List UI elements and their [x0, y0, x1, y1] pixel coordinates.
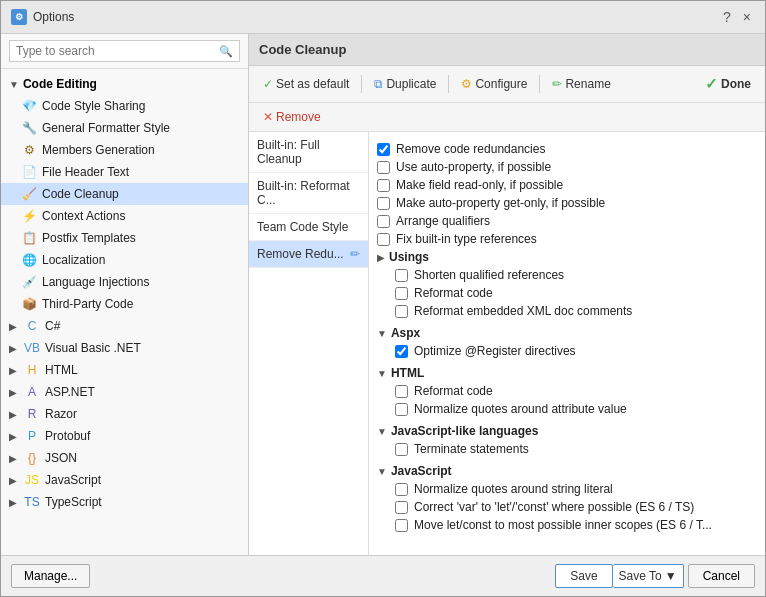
set-as-default-button[interactable]: ✓ Set as default	[257, 74, 355, 94]
option-label: Shorten qualified references	[414, 268, 564, 282]
set-default-icon: ✓	[263, 77, 273, 91]
checkbox-reformat-xml[interactable]	[395, 305, 408, 318]
search-field[interactable]	[16, 44, 219, 58]
sidebar-item-third-party-code[interactable]: 📦 Third-Party Code	[1, 293, 248, 315]
expand-arrow: ▶	[9, 497, 17, 508]
option-label: Make field read-only, if possible	[396, 178, 563, 192]
save-button[interactable]: Save	[555, 564, 612, 588]
save-to-button[interactable]: Save To ▼	[613, 564, 684, 588]
checkbox-normalize-string-quotes[interactable]	[395, 483, 408, 496]
toolbar: ✓ Set as default ⧉ Duplicate ⚙ Configure…	[249, 66, 765, 103]
option-label: Move let/const to most possible inner sc…	[414, 518, 712, 532]
rename-button[interactable]: ✏ Rename	[546, 74, 616, 94]
section-arrow: ▼	[9, 79, 19, 90]
checkbox-terminate-statements[interactable]	[395, 443, 408, 456]
configure-label: Configure	[475, 77, 527, 91]
done-check-icon: ✓	[705, 75, 718, 93]
expand-arrow: ▶	[9, 321, 17, 332]
sidebar-item-general-formatter[interactable]: 🔧 General Formatter Style	[1, 117, 248, 139]
configure-button[interactable]: ⚙ Configure	[455, 74, 533, 94]
help-button[interactable]: ?	[719, 7, 735, 27]
profile-label: Team Code Style	[257, 220, 348, 234]
checkbox-auto-property-get-only[interactable]	[377, 197, 390, 210]
option-reformat-code: Reformat code	[395, 284, 757, 302]
checkbox-remove-redundancies[interactable]	[377, 143, 390, 156]
checkbox-optimize-register[interactable]	[395, 345, 408, 358]
sidebar-item-label: General Formatter Style	[42, 121, 170, 135]
left-panel: 🔍 ▼ Code Editing 💎 Code Style Sharing 🔧 …	[1, 34, 249, 555]
duplicate-button[interactable]: ⧉ Duplicate	[368, 74, 442, 94]
sidebar-item-localization[interactable]: 🌐 Localization	[1, 249, 248, 271]
panels-area: Built-in: Full Cleanup Built-in: Reforma…	[249, 132, 765, 555]
usings-section-header[interactable]: ▶ Usings	[377, 248, 757, 266]
cancel-button[interactable]: Cancel	[688, 564, 755, 588]
sidebar-item-json[interactable]: ▶ {} JSON	[1, 447, 248, 469]
remove-button[interactable]: ✕ Remove	[257, 107, 327, 127]
profile-item-full-cleanup[interactable]: Built-in: Full Cleanup	[249, 132, 368, 173]
sidebar-item-code-cleanup[interactable]: 🧹 Code Cleanup	[1, 183, 248, 205]
sidebar-item-file-header-text[interactable]: 📄 File Header Text	[1, 161, 248, 183]
edit-pencil-icon: ✏	[350, 247, 360, 261]
razor-icon: R	[24, 406, 40, 422]
sidebar-item-razor[interactable]: ▶ R Razor	[1, 403, 248, 425]
checkbox-reformat-code[interactable]	[395, 287, 408, 300]
manage-button[interactable]: Manage...	[11, 564, 90, 588]
sidebar-item-context-actions[interactable]: ⚡ Context Actions	[1, 205, 248, 227]
sidebar-item-label: ASP.NET	[45, 385, 95, 399]
sidebar-item-label: Postfix Templates	[42, 231, 136, 245]
save-to-arrow-icon: ▼	[665, 569, 677, 583]
protobuf-icon: P	[24, 428, 40, 444]
search-input-wrapper[interactable]: 🔍	[9, 40, 240, 62]
toolbar-separator-2	[448, 75, 449, 93]
sidebar-item-vb-net[interactable]: ▶ VB Visual Basic .NET	[1, 337, 248, 359]
json-icon: {}	[24, 450, 40, 466]
option-label: Reformat code	[414, 384, 493, 398]
checkbox-normalize-quotes[interactable]	[395, 403, 408, 416]
tree-section-code-editing[interactable]: ▼ Code Editing	[1, 73, 248, 95]
option-remove-redundancies: Remove code redundancies	[377, 140, 757, 158]
app-icon: ⚙	[11, 9, 27, 25]
checkbox-move-let-const[interactable]	[395, 519, 408, 532]
checkbox-auto-property[interactable]	[377, 161, 390, 174]
csharp-icon: C	[24, 318, 40, 334]
toolbar-separator-1	[361, 75, 362, 93]
option-label: Arrange qualifiers	[396, 214, 490, 228]
sidebar-item-html[interactable]: ▶ H HTML	[1, 359, 248, 381]
sidebar-item-label: Members Generation	[42, 143, 155, 157]
remove-label: Remove	[276, 110, 321, 124]
js-section-header[interactable]: ▼ JavaScript	[377, 458, 757, 480]
profile-item-reformat[interactable]: Built-in: Reformat C...	[249, 173, 368, 214]
sidebar-item-asp-net[interactable]: ▶ A ASP.NET	[1, 381, 248, 403]
header-icon: 📄	[21, 164, 37, 180]
option-label: Normalize quotes around string literal	[414, 482, 613, 496]
ts-icon: TS	[24, 494, 40, 510]
sidebar-item-postfix-templates[interactable]: 📋 Postfix Templates	[1, 227, 248, 249]
js-like-arrow: ▼	[377, 426, 387, 437]
checkbox-field-readonly[interactable]	[377, 179, 390, 192]
expand-arrow: ▶	[9, 431, 17, 442]
js-like-section-header[interactable]: ▼ JavaScript-like languages	[377, 418, 757, 440]
option-auto-property-get-only: Make auto-property get-only, if possible	[377, 194, 757, 212]
sidebar-item-javascript[interactable]: ▶ JS JavaScript	[1, 469, 248, 491]
sidebar-item-protobuf[interactable]: ▶ P Protobuf	[1, 425, 248, 447]
checkbox-shorten-refs[interactable]	[395, 269, 408, 282]
sidebar-item-csharp[interactable]: ▶ C C#	[1, 315, 248, 337]
sidebar-item-language-injections[interactable]: 💉 Language Injections	[1, 271, 248, 293]
profile-label: Built-in: Reformat C...	[257, 179, 360, 207]
checkbox-correct-var[interactable]	[395, 501, 408, 514]
checkbox-html-reformat[interactable]	[395, 385, 408, 398]
html-section-header[interactable]: ▼ HTML	[377, 360, 757, 382]
done-button[interactable]: ✓ Done	[699, 72, 757, 96]
save-group: Save Save To ▼	[555, 564, 683, 588]
sidebar-item-members-generation[interactable]: ⚙ Members Generation	[1, 139, 248, 161]
profile-item-team-code-style[interactable]: Team Code Style	[249, 214, 368, 241]
checkbox-fix-builtin[interactable]	[377, 233, 390, 246]
aspx-section-header[interactable]: ▼ Aspx	[377, 320, 757, 342]
checkbox-arrange-qualifiers[interactable]	[377, 215, 390, 228]
sidebar-item-typescript[interactable]: ▶ TS TypeScript	[1, 491, 248, 513]
rename-icon: ✏	[552, 77, 562, 91]
html-icon: H	[24, 362, 40, 378]
close-button[interactable]: ×	[739, 7, 755, 27]
sidebar-item-code-style-sharing[interactable]: 💎 Code Style Sharing	[1, 95, 248, 117]
profile-item-remove-redu[interactable]: Remove Redu... ✏	[249, 241, 368, 268]
